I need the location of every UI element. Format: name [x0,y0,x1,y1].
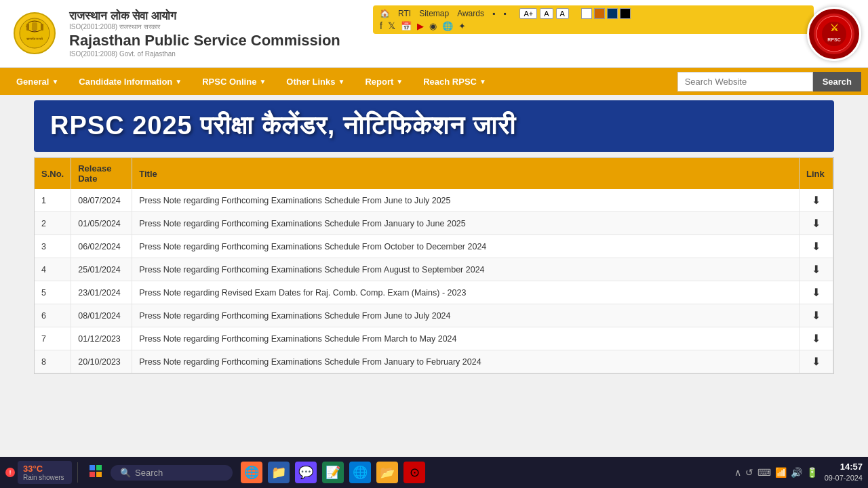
main-banner: RPSC 2025 परीक्षा कैलेंडर, नोटिफिकेशन जा… [34,100,834,152]
awards-link[interactable]: Awards [457,9,484,18]
nav-reach-rpsc-label: Reach RPSC [423,77,477,87]
table-row: 4 25/01/2024 Press Note regarding Forthc… [35,258,833,281]
theme-black[interactable] [620,8,631,19]
taskbar-search-label: Search [135,468,163,478]
weather-desc: Rain showers [23,474,66,481]
cell-download[interactable]: ⬇ [800,350,833,373]
table-row: 6 08/01/2024 Press Note regarding Forthc… [35,304,833,327]
cell-date: 20/10/2023 [71,350,132,373]
top-nav-bar: 🏠 RTI Sitemap Awards ▪ ▪ A+ A A f 𝕏 📅 ▶ [373,5,814,34]
weather-temp: 33°C [23,464,66,474]
cell-title: Press Note regarding Forthcoming Examina… [132,327,800,350]
taskbar-icon-chrome[interactable]: ⊙ [403,462,425,483]
calendar-icon[interactable]: 📅 [401,21,412,31]
weather-widget: ! 33°C Rain showers [5,461,72,484]
rss-icon[interactable]: ◉ [429,21,437,31]
wifi-icon: 📶 [775,467,787,478]
rti-link[interactable]: RTI [398,9,411,18]
star-icon[interactable]: ✦ [458,21,466,31]
nav-menu: General ▼ Candidate Information ▼ RPSC O… [0,68,868,95]
youtube-icon[interactable]: ▶ [417,21,424,31]
taskbar-icon-app4[interactable]: 📝 [322,462,344,483]
org-text: राजस्थान लोक सेवा आयोग ISO(2001:2008) रा… [69,9,340,58]
search-input[interactable] [677,72,813,92]
cell-title: Press Note regarding Forthcoming Examina… [132,304,800,327]
svg-rect-14 [90,472,95,477]
right-emblem-inner: ⚔ RPSC [814,14,854,54]
right-emblem: ⚔ RPSC [807,7,861,61]
font-small-btn[interactable]: A [556,8,569,19]
taskbar-divider1 [77,462,78,483]
nav-general[interactable]: General ▼ [7,71,68,92]
col-header-title: Title [132,158,800,189]
nav-report[interactable]: Report ▼ [355,71,412,92]
tray-expand-icon[interactable]: ∧ [734,467,741,478]
table-row: 7 01/12/2023 Press Note regarding Forthc… [35,327,833,350]
search-area: Search [677,72,861,92]
font-medium-btn[interactable]: A [540,8,553,19]
taskbar-icon-app2[interactable]: 📁 [268,462,290,483]
taskbar-icon-folder[interactable]: 📂 [376,462,398,483]
home-icon[interactable]: 🏠 [380,9,390,18]
svg-rect-5 [26,24,29,30]
globe-icon[interactable]: 🌐 [442,21,453,31]
cell-download[interactable]: ⬇ [800,327,833,350]
font-large-btn[interactable]: A+ [519,8,537,19]
nav-rpsc-online-label: RPSC Online [202,77,256,87]
taskbar-icon-edge[interactable]: 🌐 [349,462,371,483]
svg-rect-6 [32,22,37,30]
nav-other-links-arrow: ▼ [338,78,345,85]
nav-candidate-info[interactable]: Candidate Information ▼ [69,71,191,92]
svg-rect-7 [41,24,43,30]
battery-icon: 🔋 [806,467,818,478]
col-header-link: Link [800,158,833,189]
theme-white[interactable] [581,8,592,19]
facebook-icon[interactable]: f [380,20,382,31]
table-row: 1 08/07/2024 Press Note regarding Forthc… [35,189,833,212]
weather-warning-icon: ! [5,468,15,477]
cell-download[interactable]: ⬇ [800,235,833,258]
cell-date: 23/01/2024 [71,281,132,304]
volume-icon: 🔊 [791,467,802,478]
hindi-title: राजस्थान लोक सेवा आयोग [69,9,340,23]
cell-download[interactable]: ⬇ [800,212,833,235]
table-header-row: S.No. Release Date Title Link [35,158,833,189]
twitter-icon[interactable]: 𝕏 [388,20,395,31]
theme-orange[interactable] [594,8,605,19]
nav-rpsc-online[interactable]: RPSC Online ▼ [193,71,275,92]
nav-reach-rpsc[interactable]: Reach RPSC ▼ [414,71,496,92]
cell-title: Press Note regarding Forthcoming Examina… [132,235,800,258]
cell-sno: 2 [35,212,71,235]
taskbar-icon-app3[interactable]: 💬 [295,462,317,483]
cell-download[interactable]: ⬇ [800,281,833,304]
org-name: Rajasthan Public Service Commission [69,31,340,51]
clock-date: 09-07-2024 [825,473,863,483]
taskbar-clock: 14:57 09-07-2024 [825,461,863,484]
nav-general-label: General [16,77,49,87]
press-notes-table-area: S.No. Release Date Title Link 1 08/07/20… [34,157,834,374]
cell-date: 01/05/2024 [71,212,132,235]
taskbar-icon-app1[interactable]: 🌐 [241,462,262,483]
nav-candidate-label: Candidate Information [79,77,172,87]
cell-title: Press Note regarding Revised Exam Dates … [132,281,800,304]
nav-other-links[interactable]: Other Links ▼ [277,71,354,92]
top-nav-links: 🏠 RTI Sitemap Awards ▪ ▪ A+ A A [380,8,807,19]
extra-icon1[interactable]: ▪ [492,9,495,18]
taskbar-search[interactable]: 🔍 Search [111,465,233,481]
nav-rpsc-online-arrow: ▼ [259,78,266,85]
cell-download[interactable]: ⬇ [800,304,833,327]
cell-download[interactable]: ⬇ [800,258,833,281]
start-button[interactable] [83,462,108,484]
cell-sno: 1 [35,189,71,212]
cell-download[interactable]: ⬇ [800,189,833,212]
color-theme-selector [581,8,631,19]
sitemap-link[interactable]: Sitemap [419,9,449,18]
cell-title: Press Note regarding Forthcoming Examina… [132,212,800,235]
cell-date: 01/12/2023 [71,327,132,350]
search-icon: 🔍 [120,468,131,478]
search-button[interactable]: Search [813,72,861,92]
social-icons: f 𝕏 📅 ▶ ◉ 🌐 ✦ [380,20,807,31]
theme-blue[interactable] [607,8,618,19]
accessibility-controls: A+ A A [519,8,568,19]
extra-icon2[interactable]: ▪ [503,9,506,18]
